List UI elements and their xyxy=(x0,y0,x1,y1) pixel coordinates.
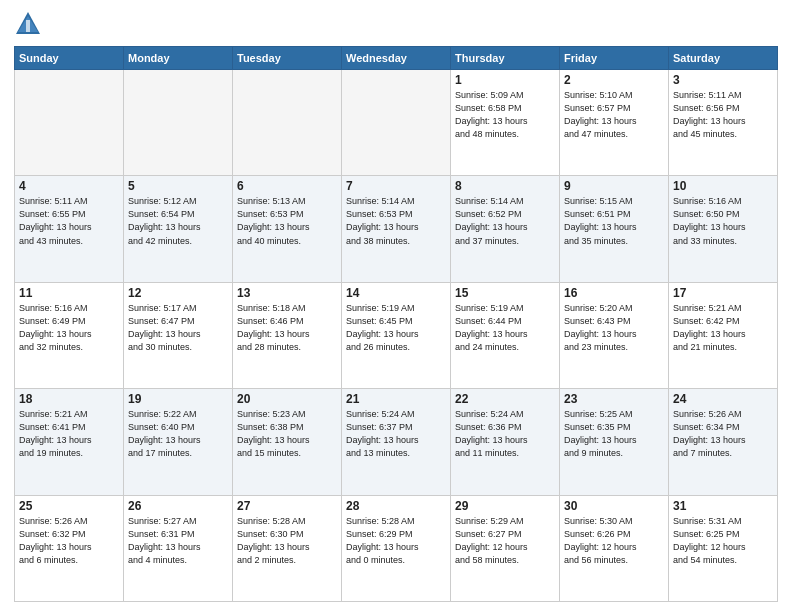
day-info: Sunrise: 5:28 AM Sunset: 6:30 PM Dayligh… xyxy=(237,515,337,567)
day-info: Sunrise: 5:31 AM Sunset: 6:25 PM Dayligh… xyxy=(673,515,773,567)
calendar-week-1: 1Sunrise: 5:09 AM Sunset: 6:58 PM Daylig… xyxy=(15,70,778,176)
day-number: 10 xyxy=(673,179,773,193)
day-number: 24 xyxy=(673,392,773,406)
day-number: 13 xyxy=(237,286,337,300)
logo xyxy=(14,10,48,38)
weekday-header-wednesday: Wednesday xyxy=(342,47,451,70)
day-info: Sunrise: 5:30 AM Sunset: 6:26 PM Dayligh… xyxy=(564,515,664,567)
day-number: 5 xyxy=(128,179,228,193)
day-info: Sunrise: 5:16 AM Sunset: 6:50 PM Dayligh… xyxy=(673,195,773,247)
day-number: 6 xyxy=(237,179,337,193)
header xyxy=(14,10,778,38)
day-number: 2 xyxy=(564,73,664,87)
calendar-cell: 20Sunrise: 5:23 AM Sunset: 6:38 PM Dayli… xyxy=(233,389,342,495)
calendar-cell: 22Sunrise: 5:24 AM Sunset: 6:36 PM Dayli… xyxy=(451,389,560,495)
day-info: Sunrise: 5:26 AM Sunset: 6:32 PM Dayligh… xyxy=(19,515,119,567)
calendar-cell: 18Sunrise: 5:21 AM Sunset: 6:41 PM Dayli… xyxy=(15,389,124,495)
weekday-header-saturday: Saturday xyxy=(669,47,778,70)
calendar-cell xyxy=(342,70,451,176)
day-number: 19 xyxy=(128,392,228,406)
svg-rect-2 xyxy=(26,20,30,32)
day-info: Sunrise: 5:15 AM Sunset: 6:51 PM Dayligh… xyxy=(564,195,664,247)
calendar-cell: 3Sunrise: 5:11 AM Sunset: 6:56 PM Daylig… xyxy=(669,70,778,176)
weekday-header-tuesday: Tuesday xyxy=(233,47,342,70)
calendar-cell xyxy=(15,70,124,176)
day-number: 29 xyxy=(455,499,555,513)
day-info: Sunrise: 5:14 AM Sunset: 6:53 PM Dayligh… xyxy=(346,195,446,247)
day-info: Sunrise: 5:21 AM Sunset: 6:41 PM Dayligh… xyxy=(19,408,119,460)
logo-icon xyxy=(14,10,42,38)
calendar-cell: 19Sunrise: 5:22 AM Sunset: 6:40 PM Dayli… xyxy=(124,389,233,495)
calendar-cell: 21Sunrise: 5:24 AM Sunset: 6:37 PM Dayli… xyxy=(342,389,451,495)
calendar-cell: 14Sunrise: 5:19 AM Sunset: 6:45 PM Dayli… xyxy=(342,282,451,388)
day-info: Sunrise: 5:13 AM Sunset: 6:53 PM Dayligh… xyxy=(237,195,337,247)
day-info: Sunrise: 5:11 AM Sunset: 6:55 PM Dayligh… xyxy=(19,195,119,247)
calendar-cell: 28Sunrise: 5:28 AM Sunset: 6:29 PM Dayli… xyxy=(342,495,451,601)
day-number: 31 xyxy=(673,499,773,513)
page: SundayMondayTuesdayWednesdayThursdayFrid… xyxy=(0,0,792,612)
calendar-cell: 8Sunrise: 5:14 AM Sunset: 6:52 PM Daylig… xyxy=(451,176,560,282)
calendar-cell: 25Sunrise: 5:26 AM Sunset: 6:32 PM Dayli… xyxy=(15,495,124,601)
calendar-cell: 7Sunrise: 5:14 AM Sunset: 6:53 PM Daylig… xyxy=(342,176,451,282)
day-number: 23 xyxy=(564,392,664,406)
calendar-cell: 15Sunrise: 5:19 AM Sunset: 6:44 PM Dayli… xyxy=(451,282,560,388)
day-number: 14 xyxy=(346,286,446,300)
calendar-cell: 16Sunrise: 5:20 AM Sunset: 6:43 PM Dayli… xyxy=(560,282,669,388)
day-number: 8 xyxy=(455,179,555,193)
calendar-cell: 24Sunrise: 5:26 AM Sunset: 6:34 PM Dayli… xyxy=(669,389,778,495)
day-info: Sunrise: 5:11 AM Sunset: 6:56 PM Dayligh… xyxy=(673,89,773,141)
day-info: Sunrise: 5:16 AM Sunset: 6:49 PM Dayligh… xyxy=(19,302,119,354)
day-number: 28 xyxy=(346,499,446,513)
calendar-table: SundayMondayTuesdayWednesdayThursdayFrid… xyxy=(14,46,778,602)
day-number: 3 xyxy=(673,73,773,87)
calendar-cell: 5Sunrise: 5:12 AM Sunset: 6:54 PM Daylig… xyxy=(124,176,233,282)
day-info: Sunrise: 5:17 AM Sunset: 6:47 PM Dayligh… xyxy=(128,302,228,354)
calendar-cell: 30Sunrise: 5:30 AM Sunset: 6:26 PM Dayli… xyxy=(560,495,669,601)
day-number: 1 xyxy=(455,73,555,87)
day-number: 12 xyxy=(128,286,228,300)
calendar-cell: 9Sunrise: 5:15 AM Sunset: 6:51 PM Daylig… xyxy=(560,176,669,282)
day-info: Sunrise: 5:27 AM Sunset: 6:31 PM Dayligh… xyxy=(128,515,228,567)
day-info: Sunrise: 5:24 AM Sunset: 6:37 PM Dayligh… xyxy=(346,408,446,460)
calendar-cell: 2Sunrise: 5:10 AM Sunset: 6:57 PM Daylig… xyxy=(560,70,669,176)
day-number: 11 xyxy=(19,286,119,300)
day-info: Sunrise: 5:29 AM Sunset: 6:27 PM Dayligh… xyxy=(455,515,555,567)
day-number: 21 xyxy=(346,392,446,406)
day-info: Sunrise: 5:25 AM Sunset: 6:35 PM Dayligh… xyxy=(564,408,664,460)
day-number: 27 xyxy=(237,499,337,513)
calendar-cell: 10Sunrise: 5:16 AM Sunset: 6:50 PM Dayli… xyxy=(669,176,778,282)
calendar-cell: 23Sunrise: 5:25 AM Sunset: 6:35 PM Dayli… xyxy=(560,389,669,495)
calendar-cell: 31Sunrise: 5:31 AM Sunset: 6:25 PM Dayli… xyxy=(669,495,778,601)
day-info: Sunrise: 5:09 AM Sunset: 6:58 PM Dayligh… xyxy=(455,89,555,141)
weekday-header-sunday: Sunday xyxy=(15,47,124,70)
day-info: Sunrise: 5:18 AM Sunset: 6:46 PM Dayligh… xyxy=(237,302,337,354)
calendar-week-5: 25Sunrise: 5:26 AM Sunset: 6:32 PM Dayli… xyxy=(15,495,778,601)
calendar-cell: 26Sunrise: 5:27 AM Sunset: 6:31 PM Dayli… xyxy=(124,495,233,601)
calendar-cell: 4Sunrise: 5:11 AM Sunset: 6:55 PM Daylig… xyxy=(15,176,124,282)
day-info: Sunrise: 5:19 AM Sunset: 6:44 PM Dayligh… xyxy=(455,302,555,354)
calendar-cell: 27Sunrise: 5:28 AM Sunset: 6:30 PM Dayli… xyxy=(233,495,342,601)
calendar-cell: 13Sunrise: 5:18 AM Sunset: 6:46 PM Dayli… xyxy=(233,282,342,388)
day-info: Sunrise: 5:10 AM Sunset: 6:57 PM Dayligh… xyxy=(564,89,664,141)
day-info: Sunrise: 5:24 AM Sunset: 6:36 PM Dayligh… xyxy=(455,408,555,460)
day-info: Sunrise: 5:21 AM Sunset: 6:42 PM Dayligh… xyxy=(673,302,773,354)
day-info: Sunrise: 5:23 AM Sunset: 6:38 PM Dayligh… xyxy=(237,408,337,460)
day-info: Sunrise: 5:20 AM Sunset: 6:43 PM Dayligh… xyxy=(564,302,664,354)
day-info: Sunrise: 5:22 AM Sunset: 6:40 PM Dayligh… xyxy=(128,408,228,460)
day-info: Sunrise: 5:12 AM Sunset: 6:54 PM Dayligh… xyxy=(128,195,228,247)
day-number: 18 xyxy=(19,392,119,406)
calendar-cell: 11Sunrise: 5:16 AM Sunset: 6:49 PM Dayli… xyxy=(15,282,124,388)
day-number: 4 xyxy=(19,179,119,193)
day-number: 20 xyxy=(237,392,337,406)
calendar-week-2: 4Sunrise: 5:11 AM Sunset: 6:55 PM Daylig… xyxy=(15,176,778,282)
calendar-cell xyxy=(233,70,342,176)
day-number: 25 xyxy=(19,499,119,513)
weekday-header-thursday: Thursday xyxy=(451,47,560,70)
day-info: Sunrise: 5:26 AM Sunset: 6:34 PM Dayligh… xyxy=(673,408,773,460)
day-info: Sunrise: 5:19 AM Sunset: 6:45 PM Dayligh… xyxy=(346,302,446,354)
calendar-cell xyxy=(124,70,233,176)
calendar-week-4: 18Sunrise: 5:21 AM Sunset: 6:41 PM Dayli… xyxy=(15,389,778,495)
calendar-cell: 12Sunrise: 5:17 AM Sunset: 6:47 PM Dayli… xyxy=(124,282,233,388)
weekday-header-friday: Friday xyxy=(560,47,669,70)
day-info: Sunrise: 5:28 AM Sunset: 6:29 PM Dayligh… xyxy=(346,515,446,567)
